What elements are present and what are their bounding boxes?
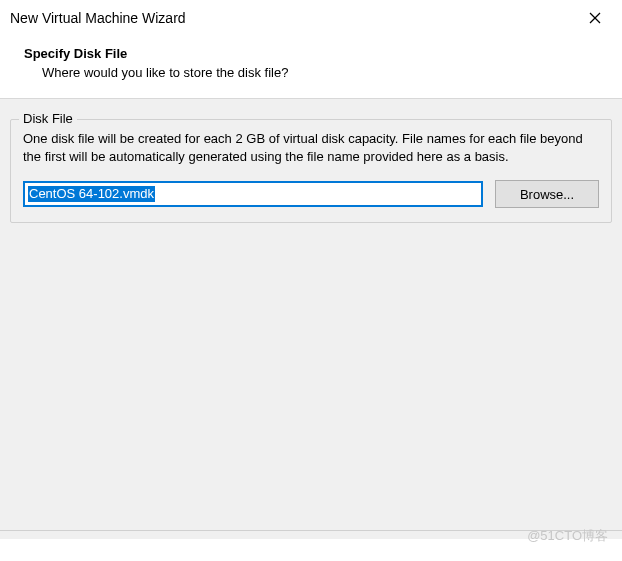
page-title: Specify Disk File [24, 46, 606, 61]
disk-file-description: One disk file will be created for each 2… [23, 130, 599, 166]
fieldset-legend: Disk File [19, 111, 77, 126]
page-subtitle: Where would you like to store the disk f… [24, 65, 606, 80]
disk-file-fieldset: Disk File One disk file will be created … [10, 119, 612, 223]
input-row: CentOS 64-102.vmdk Browse... [23, 180, 599, 208]
close-button[interactable] [582, 5, 608, 31]
content-area: Disk File One disk file will be created … [0, 99, 622, 539]
title-bar: New Virtual Machine Wizard [0, 0, 622, 36]
wizard-header: Specify Disk File Where would you like t… [0, 36, 622, 98]
disk-file-input-value: CentOS 64-102.vmdk [28, 186, 155, 202]
close-icon [589, 12, 601, 24]
browse-button[interactable]: Browse... [495, 180, 599, 208]
footer-separator [0, 530, 622, 531]
window-title: New Virtual Machine Wizard [10, 10, 186, 26]
disk-file-input[interactable]: CentOS 64-102.vmdk [23, 181, 483, 207]
